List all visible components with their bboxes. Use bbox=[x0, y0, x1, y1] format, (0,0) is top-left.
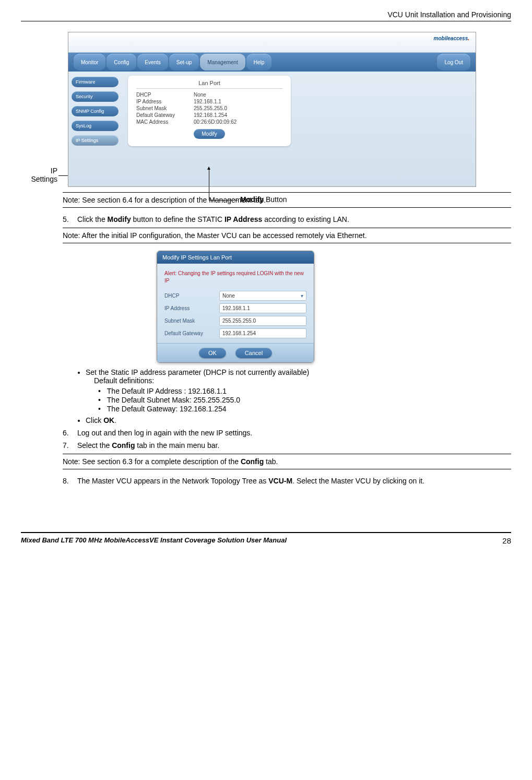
sub-bullet-mask: The Default Subnet Mask: 255.255.255.0 bbox=[98, 396, 511, 404]
cancel-button[interactable]: Cancel bbox=[235, 348, 272, 358]
ok-button[interactable]: OK bbox=[199, 348, 226, 358]
step-5: 5. Click the Modify button to define the… bbox=[63, 215, 511, 223]
dialog-row-mask: Subnet Mask 255.255.255.0 bbox=[164, 316, 306, 326]
nav-help[interactable]: Help bbox=[246, 54, 272, 70]
lan-row-ip: IP Address192.168.1.1 bbox=[136, 99, 282, 104]
dhcp-select[interactable]: None bbox=[219, 291, 306, 301]
lan-row-dhcp: DHCPNone bbox=[136, 92, 282, 98]
sidebar-ip-settings[interactable]: IP Settings bbox=[72, 135, 119, 146]
figure-management-ip-settings: IP Settings mobileaccess. Monitor Config… bbox=[63, 32, 511, 187]
dialog-row-ip: IP Address 192.168.1.1 bbox=[164, 303, 306, 313]
modify-button[interactable]: Modify bbox=[194, 129, 225, 139]
step-8: 8. The Master VCU appears in the Network… bbox=[63, 477, 511, 485]
sidebar: Firmware Security SNMP Config SysLog IP … bbox=[68, 72, 122, 187]
nav-setup[interactable]: Set-up bbox=[169, 54, 199, 70]
lan-port-panel: Lan Port DHCPNone IP Address192.168.1.1 … bbox=[128, 76, 291, 146]
callout-modify-line bbox=[209, 200, 238, 200]
bullet-set-static: Set the Static IP address parameter (DHC… bbox=[86, 368, 511, 413]
sidebar-security[interactable]: Security bbox=[72, 91, 119, 102]
bullet-list: Set the Static IP address parameter (DHC… bbox=[63, 368, 511, 424]
callout-ip-settings-label: IP Settings bbox=[21, 167, 57, 183]
nav-logout[interactable]: Log Out bbox=[437, 54, 470, 70]
subnet-mask-input[interactable]: 255.255.255.0 bbox=[219, 316, 306, 326]
main-nav: Monitor Config Events Set-up Management … bbox=[68, 53, 476, 72]
lan-row-mask: Subnet Mask255.255.255.0 bbox=[136, 105, 282, 111]
sidebar-syslog[interactable]: SysLog bbox=[72, 121, 119, 131]
note-management-tab: Note: See section 6.4 for a description … bbox=[63, 192, 511, 208]
logo-mobileaccess: mobileaccess. bbox=[434, 36, 469, 41]
note-after-initial-ip: Note: After the initial IP configuration… bbox=[63, 228, 511, 243]
dialog-alert: Alert: Changing the IP settings required… bbox=[164, 270, 306, 285]
dialog-row-dhcp: DHCP None bbox=[164, 291, 306, 301]
footer-title: Mixed Band LTE 700 MHz MobileAccessVE In… bbox=[21, 536, 287, 545]
dialog-title: Modify IP Settings Lan Port bbox=[157, 251, 314, 264]
topbar: mobileaccess. bbox=[68, 32, 476, 53]
nav-events[interactable]: Events bbox=[137, 54, 168, 70]
page-number: 28 bbox=[502, 536, 511, 545]
lan-panel-title: Lan Port bbox=[136, 80, 282, 89]
step-6: 6. Log out and then log in again with th… bbox=[63, 429, 511, 437]
default-definitions-label: Default definitions: bbox=[94, 376, 511, 385]
sub-bullet-list: The Default IP Address : 192.168.1.1 The… bbox=[86, 387, 511, 413]
sub-bullet-gateway: The Default Gateway: 192.168.1.254 bbox=[98, 405, 511, 413]
nav-monitor[interactable]: Monitor bbox=[74, 54, 105, 70]
sidebar-firmware[interactable]: Firmware bbox=[72, 77, 119, 87]
dialog-buttons: OK Cancel bbox=[157, 343, 314, 362]
nav-config[interactable]: Config bbox=[107, 54, 136, 70]
default-gateway-input[interactable]: 192.168.1.254 bbox=[219, 328, 306, 338]
sub-bullet-ip: The Default IP Address : 192.168.1.1 bbox=[98, 387, 511, 395]
lan-row-gateway: Default Gateway192.168.1.254 bbox=[136, 112, 282, 118]
dialog-modify-ip-settings: Modify IP Settings Lan Port Alert: Chang… bbox=[157, 251, 314, 363]
management-ui-screenshot: mobileaccess. Monitor Config Events Set-… bbox=[68, 32, 476, 187]
page-header: VCU Unit Installation and Provisioning bbox=[21, 10, 511, 21]
ip-address-input[interactable]: 192.168.1.1 bbox=[219, 303, 306, 313]
main-panel: Lan Port DHCPNone IP Address192.168.1.1 … bbox=[122, 72, 476, 187]
bullet-click-ok: Click OK. bbox=[86, 416, 511, 424]
callout-modify-label: Modify Button bbox=[240, 195, 287, 204]
header-title: VCU Unit Installation and Provisioning bbox=[387, 10, 511, 19]
callout-modify-arrow bbox=[209, 169, 209, 200]
sidebar-snmp-config[interactable]: SNMP Config bbox=[72, 106, 119, 116]
note-config-tab: Note: See section 6.3 for a complete des… bbox=[63, 454, 511, 469]
page-footer: Mixed Band LTE 700 MHz MobileAccessVE In… bbox=[21, 532, 511, 545]
step-7: 7. Select the Config tab in the main men… bbox=[63, 441, 511, 450]
dialog-row-gateway: Default Gateway 192.168.1.254 bbox=[164, 328, 306, 338]
lan-row-mac: MAC Address00:26:6D:00:09:62 bbox=[136, 119, 282, 125]
nav-management[interactable]: Management bbox=[200, 54, 245, 70]
